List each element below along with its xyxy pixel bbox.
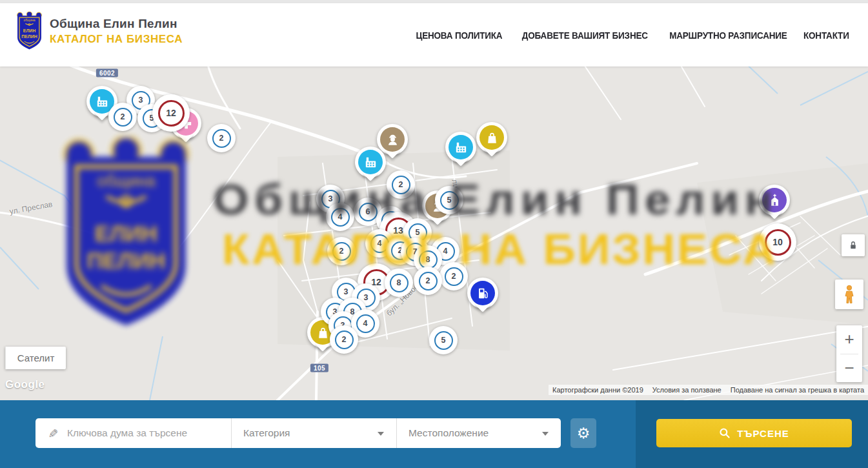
cluster-count: 5 [440, 191, 459, 210]
pegman-icon [841, 285, 858, 304]
attribution-copyright: Картографски данни ©2019 [552, 386, 643, 394]
map-lock-button[interactable] [842, 234, 865, 256]
map-pin-factory[interactable] [445, 132, 476, 163]
map-pin-construction-worker[interactable] [377, 124, 408, 155]
construction-worker-icon [380, 127, 405, 152]
nav-item-pricing[interactable]: ЦЕНОВА ПОЛИТИКА [416, 30, 503, 41]
map-pin-fuel-pump[interactable] [467, 278, 498, 309]
search-bar: ✎ Категория Местоположение ⚙ [0, 400, 868, 468]
map-cluster-marker[interactable]: 2 [207, 124, 236, 152]
map-pin-shopping-bag[interactable] [476, 122, 507, 153]
pegman-button[interactable] [835, 280, 863, 309]
keyword-field-section: ✎ [35, 418, 231, 448]
cluster-count: 8 [390, 274, 409, 292]
lock-icon [847, 239, 859, 251]
site-header: община ЕЛИН ПЕЛИН Община Елин Пелин КАТА… [0, 3, 868, 66]
map-cluster-marker[interactable]: 2 [439, 262, 468, 290]
attribution-report-error-link[interactable]: Подаване на сигнал за грешка в картата [731, 386, 864, 394]
crest-top-text: община [23, 18, 35, 22]
map-cluster-marker[interactable]: 2 [330, 325, 358, 354]
search-submit-button[interactable]: ТЪРСЕНЕ [656, 419, 852, 447]
attribution-terms-link[interactable]: Условия за ползване [652, 386, 722, 394]
google-logo[interactable]: Google [5, 378, 45, 391]
pencil-icon: ✎ [45, 428, 60, 438]
keyword-search-input[interactable] [67, 427, 231, 439]
map-cluster-marker[interactable]: 10 [759, 223, 796, 261]
map-cluster-marker[interactable]: 5 [429, 326, 458, 354]
search-button-label: ТЪРСЕНЕ [737, 428, 789, 439]
brand-text: Община Елин Пелин КАТАЛОГ НА БИЗНЕСА [50, 17, 183, 46]
chevron-down-icon [542, 432, 549, 436]
page: община ЕЛИН ПЕЛИН Община Елин Пелин КАТА… [0, 0, 868, 468]
main-nav: ЦЕНОВА ПОЛИТИКА ДОБАВЕТЕ ВАШИЯТ БИЗНЕС М… [403, 3, 852, 66]
cluster-count: 5 [434, 331, 453, 350]
map-cluster-marker[interactable]: 2 [387, 170, 415, 199]
map-cluster-marker[interactable]: 8 [385, 269, 413, 297]
cluster-count: 2 [335, 331, 354, 349]
cluster-count: 12 [158, 100, 185, 127]
fuel-pump-icon [470, 281, 495, 305]
road-number-badge: 6002 [96, 69, 118, 77]
cluster-count: 6 [359, 203, 378, 221]
zoom-in-button[interactable]: + [836, 325, 862, 354]
cluster-count: 10 [765, 229, 791, 256]
cluster-count: 2 [332, 242, 351, 261]
category-dropdown-label: Категория [243, 427, 290, 439]
zoom-out-button[interactable]: − [836, 354, 862, 383]
location-dropdown[interactable]: Местоположение [396, 418, 561, 448]
cluster-count: 4 [331, 208, 350, 227]
church-icon [762, 188, 787, 212]
chevron-down-icon [378, 432, 384, 436]
search-fields-group: ✎ Категория Местоположение [35, 418, 561, 448]
cluster-count: 2 [445, 267, 463, 286]
map-cluster-marker[interactable]: 4 [326, 203, 354, 231]
map-pin-factory[interactable] [355, 147, 386, 178]
advanced-search-button[interactable]: ⚙ [570, 418, 596, 448]
search-icon [719, 427, 731, 439]
map-cluster-marker[interactable]: 5 [435, 186, 463, 214]
map-pin-church[interactable] [759, 185, 790, 216]
map-canvas[interactable]: община ЕЛИН ПЕЛИН Община Елин Пелин КАТА… [0, 66, 868, 400]
site-subtitle: КАТАЛОГ НА БИЗНЕСА [50, 33, 183, 46]
search-bar-left-section: ✎ Категория Местоположение ⚙ [0, 400, 636, 468]
municipality-crest-icon: община ЕЛИН ПЕЛИН [14, 12, 45, 50]
factory-icon [358, 150, 383, 174]
map-attribution: Картографски данни ©2019 Условия за полз… [549, 385, 868, 395]
zoom-control: + − [836, 325, 862, 382]
location-dropdown-label: Местоположение [409, 427, 489, 439]
nav-item-contacts[interactable]: КОНТАКТИ [803, 30, 849, 41]
crest-name2-text: ПЕЛИН [21, 34, 37, 39]
search-bar-right-section: ТЪРСЕНЕ [636, 400, 868, 468]
map-cluster-marker[interactable]: 2 [108, 103, 137, 131]
cluster-count: 2 [419, 272, 438, 290]
nav-item-add-business[interactable]: ДОБАВЕТЕ ВАШИЯТ БИЗНЕС [522, 30, 648, 41]
site-title: Община Елин Пелин [50, 17, 183, 31]
crest-name1-text: ЕЛИН [23, 28, 35, 33]
map-cluster-marker[interactable]: 2 [414, 267, 442, 295]
factory-icon [449, 135, 473, 159]
cluster-count: 2 [114, 108, 132, 127]
cluster-count: 2 [392, 176, 410, 194]
road-number-badge: 105 [310, 364, 328, 372]
cluster-count: 2 [212, 129, 231, 148]
nav-item-transport-schedule[interactable]: МАРШРУТНО РАЗПИСАНИЕ [669, 30, 787, 41]
map-type-control: Карта Сателит [5, 347, 66, 369]
gear-icon: ⚙ [577, 426, 590, 441]
map-cluster-marker[interactable]: 2 [327, 237, 356, 265]
category-dropdown[interactable]: Категория [231, 418, 396, 448]
map-cluster-marker[interactable]: 12 [152, 94, 190, 132]
brand-logo[interactable]: община ЕЛИН ПЕЛИН Община Елин Пелин КАТА… [14, 12, 183, 50]
cluster-count: 4 [356, 314, 375, 333]
shopping-bag-icon [479, 125, 504, 150]
map-type-satellite-button[interactable]: Сателит [5, 347, 66, 369]
